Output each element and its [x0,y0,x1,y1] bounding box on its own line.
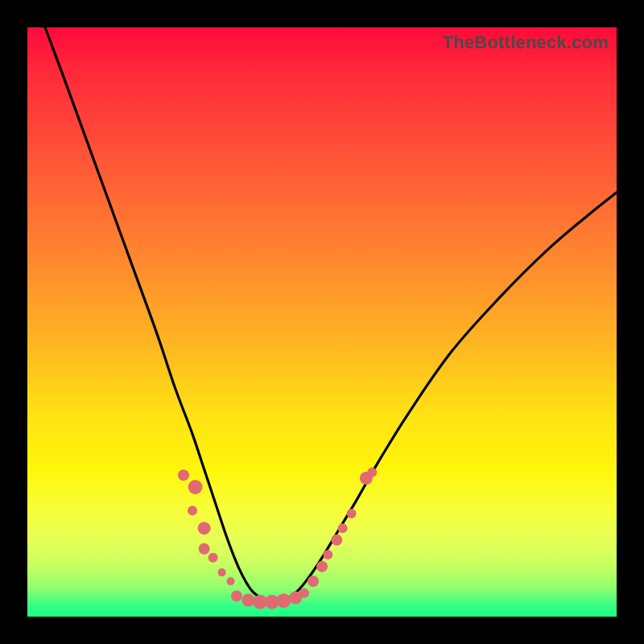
data-dot [218,568,226,576]
bottleneck-curve-svg [27,27,617,617]
data-dot [323,550,332,559]
data-dot [199,543,210,555]
chart-frame: TheBottleneck.com [0,0,644,644]
data-dot [308,576,319,587]
data-dot [347,509,357,518]
data-dot [178,469,189,481]
data-dot [208,553,218,563]
data-dot [198,522,211,535]
data-dot [242,594,255,607]
bottleneck-curve [45,27,617,602]
data-dot [367,468,377,477]
data-dot [231,590,242,601]
plot-area: TheBottleneck.com [27,27,617,617]
data-dot [227,577,235,585]
data-dot [276,593,291,608]
data-dot [188,480,203,494]
data-dot [188,506,197,515]
data-dot [338,523,348,533]
data-dot [316,561,328,572]
data-dots [178,468,377,609]
data-dot [299,588,309,598]
data-dot [331,535,342,546]
